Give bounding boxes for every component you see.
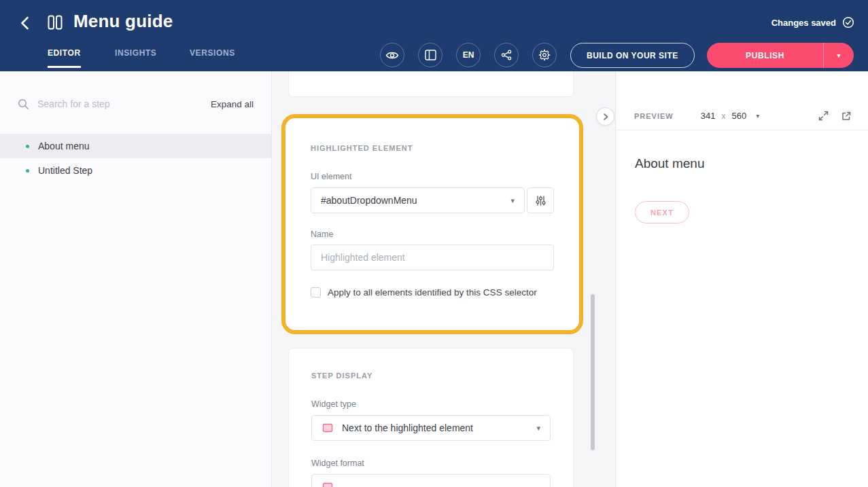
ui-element-row: #aboutDropdownMenu <box>311 187 554 213</box>
widget-type-value: Next to the highlighted element <box>342 422 473 433</box>
language-button[interactable]: EN <box>456 43 481 67</box>
publish-label: PUBLISH <box>746 51 784 60</box>
preview-panel-header: PREVIEW 341 x 560 <box>616 102 868 130</box>
highlighted-element-name-input[interactable] <box>311 245 554 270</box>
guide-type-icon <box>45 12 65 33</box>
changes-saved-status: Changes saved <box>771 16 854 29</box>
widget-format-select[interactable] <box>311 474 551 487</box>
layout-button[interactable] <box>418 43 442 67</box>
preview-heading: PREVIEW <box>634 112 674 120</box>
open-in-new-tab-button[interactable] <box>841 111 852 122</box>
preview-next-button[interactable]: NEXT <box>635 201 689 223</box>
collapse-preview-button[interactable] <box>596 107 614 126</box>
step-item-label: Untitled Step <box>38 165 92 176</box>
section-heading: STEP DISPLAY <box>311 372 551 380</box>
section-heading: HIGHLIGHTED ELEMENT <box>311 144 554 152</box>
app-root: Menu guide Changes saved EDITOR INSIGHTS… <box>0 0 868 487</box>
share-icon <box>501 50 512 60</box>
tune-sliders-icon <box>535 195 546 206</box>
widget-type-label: Widget type <box>311 399 551 409</box>
apply-all-checkbox[interactable] <box>311 287 321 297</box>
publish-split-button: PUBLISH <box>707 43 854 68</box>
gear-icon <box>538 49 551 61</box>
step-item-label: About menu <box>38 141 90 151</box>
apply-all-label: Apply to all elements identified by this… <box>328 287 537 297</box>
chevron-down-icon <box>510 197 515 204</box>
editor-scrollbar-thumb[interactable] <box>591 294 595 450</box>
widget-format-label: Widget format <box>311 458 551 468</box>
preview-next-label: NEXT <box>650 209 674 217</box>
ui-element-select[interactable]: #aboutDropdownMenu <box>311 187 525 213</box>
tab-insights[interactable]: INSIGHTS <box>115 48 156 66</box>
preview-eye-button[interactable] <box>380 43 404 67</box>
fullscreen-button[interactable] <box>818 110 829 122</box>
check-circle-icon <box>842 16 854 29</box>
apply-all-row: Apply to all elements identified by this… <box>311 287 554 297</box>
layout-panel-icon <box>425 50 436 60</box>
top-navigation-bar: Menu guide Changes saved EDITOR INSIGHTS… <box>0 0 868 71</box>
widget-type-select[interactable]: Next to the highlighted element <box>311 415 551 441</box>
back-chevron-icon <box>18 15 34 31</box>
previous-settings-card <box>288 71 574 97</box>
widget-type-icon <box>322 422 334 434</box>
eye-icon <box>385 50 399 60</box>
back-button[interactable] <box>16 14 35 33</box>
build-on-your-site-button[interactable]: BUILD ON YOUR SITE <box>570 43 695 68</box>
step-item-about-menu[interactable]: About menu <box>0 134 271 158</box>
step-item-untitled-step[interactable]: Untitled Step <box>0 158 271 183</box>
preview-panel: PREVIEW 341 x 560 About menu NEXT <box>615 71 868 487</box>
search-step-input[interactable] <box>37 98 203 109</box>
preview-width-value: 341 <box>701 111 716 121</box>
widget-format-icon <box>322 481 334 487</box>
step-display-card: STEP DISPLAY Widget type Next to the hig… <box>288 348 574 487</box>
preview-size-separator: x <box>721 111 725 121</box>
chevron-down-icon <box>536 425 540 432</box>
selector-settings-button[interactable] <box>527 187 554 213</box>
step-status-dot <box>26 145 29 148</box>
preview-body: About menu NEXT <box>616 156 868 223</box>
changes-saved-label: Changes saved <box>771 18 836 28</box>
chevron-right-icon <box>601 112 610 122</box>
build-on-your-site-label: BUILD ON YOUR SITE <box>587 51 678 60</box>
open-in-new-icon <box>841 111 852 122</box>
publish-button[interactable]: PUBLISH <box>707 43 823 68</box>
tab-versions[interactable]: VERSIONS <box>190 48 235 66</box>
language-label: EN <box>463 50 474 60</box>
highlighted-element-card: HIGHLIGHTED ELEMENT UI element #aboutDro… <box>281 114 583 334</box>
chevron-down-icon <box>756 113 759 120</box>
step-list: About menu Untitled Step <box>0 134 271 183</box>
share-button[interactable] <box>494 43 519 67</box>
name-label: Name <box>311 230 554 239</box>
preview-size-selector[interactable]: 341 x 560 <box>701 111 759 121</box>
publish-dropdown-button[interactable] <box>824 43 854 68</box>
step-status-dot <box>26 169 29 173</box>
preview-height-value: 560 <box>731 111 746 121</box>
page-title: Menu guide <box>73 11 173 32</box>
expand-all-link[interactable]: Expand all <box>211 99 254 109</box>
editor-canvas: HIGHLIGHTED ELEMENT UI element #aboutDro… <box>272 71 615 487</box>
step-search-row: Expand all <box>18 92 254 116</box>
preview-step-title: About menu <box>635 156 849 171</box>
chevron-down-icon <box>837 52 840 59</box>
expand-icon <box>818 110 829 122</box>
settings-button[interactable] <box>532 43 557 67</box>
steps-sidebar: Expand all About menu Untitled Step <box>0 71 272 487</box>
search-icon <box>18 98 29 110</box>
tab-editor[interactable]: EDITOR <box>48 48 81 68</box>
preview-panel-actions <box>818 110 852 122</box>
ui-element-label: UI element <box>311 172 554 181</box>
ui-element-value: #aboutDropdownMenu <box>321 195 417 206</box>
